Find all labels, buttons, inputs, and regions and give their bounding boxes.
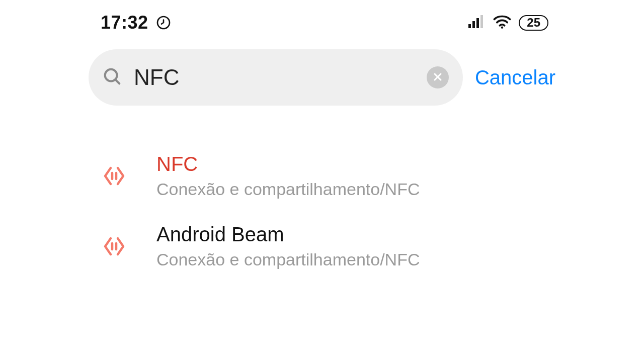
result-text: Android Beam Conexão e compartilhamento/…: [156, 223, 420, 269]
battery-indicator: 25: [519, 15, 548, 31]
wifi-icon: [493, 15, 512, 31]
cancel-button[interactable]: Cancelar: [475, 66, 555, 89]
result-subtitle: Conexão e compartilhamento/NFC: [156, 179, 420, 199]
svg-rect-4: [480, 15, 483, 28]
status-right: 25: [468, 15, 548, 31]
result-item-nfc[interactable]: NFC Conexão e compartilhamento/NFC: [103, 141, 644, 211]
search-input[interactable]: [134, 65, 415, 90]
result-title: NFC: [156, 153, 420, 175]
svg-rect-3: [476, 18, 479, 28]
connection-share-icon: [103, 236, 125, 256]
result-text: NFC Conexão e compartilhamento/NFC: [156, 153, 420, 199]
search-icon: [103, 67, 122, 88]
close-icon: [433, 72, 443, 83]
status-left: 17:32: [101, 12, 172, 33]
result-subtitle: Conexão e compartilhamento/NFC: [156, 250, 420, 269]
status-bar: 17:32 25: [0, 0, 644, 40]
search-results: NFC Conexão e compartilhamento/NFC Andro…: [0, 106, 644, 282]
status-clock: 17:32: [101, 12, 148, 33]
svg-rect-1: [468, 24, 471, 28]
result-item-android-beam[interactable]: Android Beam Conexão e compartilhamento/…: [103, 211, 644, 282]
search-row: Cancelar: [0, 40, 644, 106]
cellular-signal-icon: [468, 15, 486, 30]
connection-share-icon: [103, 166, 125, 186]
alarm-icon: [155, 15, 172, 31]
result-title: Android Beam: [156, 223, 420, 246]
clear-search-button[interactable]: [427, 66, 449, 88]
svg-rect-2: [472, 21, 475, 28]
search-field[interactable]: [89, 49, 463, 106]
svg-point-5: [501, 26, 503, 28]
svg-line-7: [115, 79, 119, 83]
